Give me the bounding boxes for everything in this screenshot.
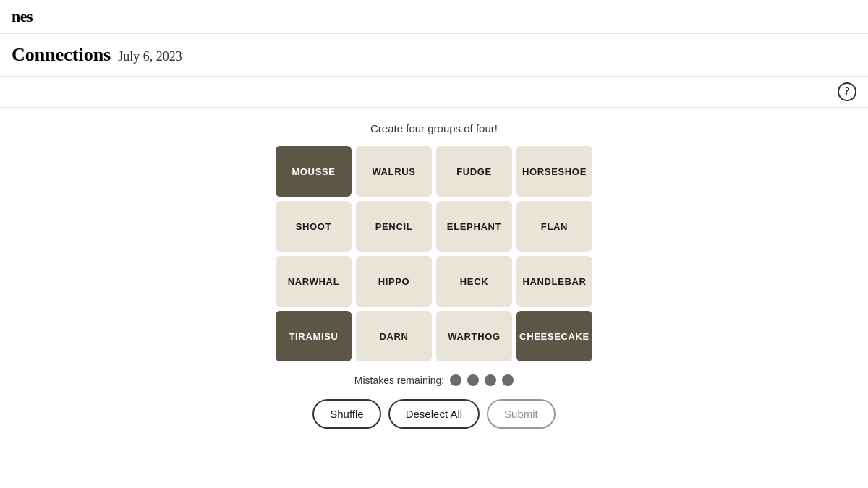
tile-mousse[interactable]: MOUSSE: [276, 146, 352, 197]
page-date: July 6, 2023: [118, 49, 182, 64]
tile-flan[interactable]: FLAN: [516, 201, 592, 252]
sub-nav: Connections July 6, 2023: [0, 34, 868, 77]
top-nav: nes: [0, 0, 868, 34]
page-title-area: Connections July 6, 2023: [12, 44, 182, 66]
tile-tiramisu[interactable]: TIRAMISU: [276, 311, 352, 361]
tile-heck[interactable]: HECK: [436, 256, 512, 307]
game-area: Create four groups of four! MOUSSEWALRUS…: [0, 108, 868, 429]
tile-shoot[interactable]: SHOOT: [276, 201, 352, 252]
tile-elephant[interactable]: ELEPHANT: [436, 201, 512, 252]
tile-handlebar[interactable]: HANDLEBAR: [516, 256, 592, 307]
tile-hippo[interactable]: HIPPO: [356, 256, 432, 307]
tile-narwhal[interactable]: NARWHAL: [276, 256, 352, 307]
tile-walrus[interactable]: WALRUS: [356, 146, 432, 197]
tile-horseshoe[interactable]: HORSESHOE: [516, 146, 592, 197]
instructions: Create four groups of four!: [370, 122, 498, 134]
shuffle-button[interactable]: Shuffle: [312, 399, 380, 429]
mistake-dot-1: [450, 374, 461, 386]
mistake-dot-3: [485, 374, 496, 386]
tile-pencil[interactable]: PENCIL: [356, 201, 432, 252]
mistake-dot-2: [467, 374, 479, 386]
help-row: ?: [0, 77, 868, 108]
help-icon[interactable]: ?: [838, 82, 856, 101]
tile-grid: MOUSSEWALRUSFUDGEHORSESHOESHOOTPENCILELE…: [276, 146, 592, 361]
tile-cheesecake[interactable]: CHEESECAKE: [516, 311, 592, 361]
tile-warthog[interactable]: WARTHOG: [436, 311, 512, 361]
mistakes-row: Mistakes remaining:: [354, 374, 514, 386]
page-title: Connections: [12, 44, 111, 66]
button-row: Shuffle Deselect All Submit: [312, 399, 556, 429]
submit-button[interactable]: Submit: [487, 399, 556, 429]
tile-fudge[interactable]: FUDGE: [436, 146, 512, 197]
site-title: nes: [12, 7, 33, 26]
deselect-all-button[interactable]: Deselect All: [388, 399, 480, 429]
tile-darn[interactable]: DARN: [356, 311, 432, 361]
mistake-dot-4: [502, 374, 514, 386]
mistakes-label: Mistakes remaining:: [354, 374, 445, 386]
